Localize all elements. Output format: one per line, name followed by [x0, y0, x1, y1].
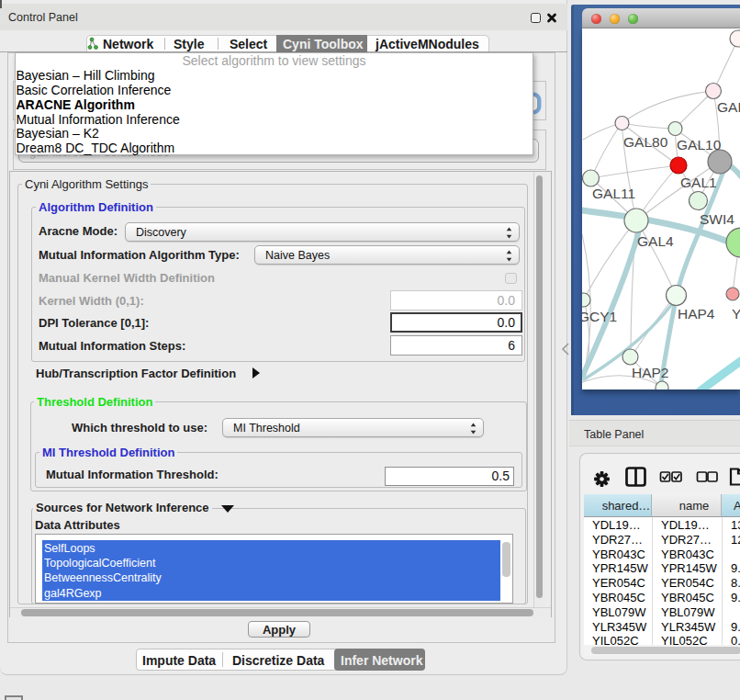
svg-text:GAL7: GAL7	[717, 99, 740, 115]
svg-text:GAL11: GAL11	[592, 186, 635, 201]
svg-text:GAL4: GAL4	[637, 233, 674, 249]
svg-text:GAL80: GAL80	[623, 134, 668, 150]
svg-text:HAP4: HAP4	[678, 306, 715, 322]
svg-text:GAL1: GAL1	[680, 175, 717, 190]
svg-text:GCY1: GCY1	[582, 309, 617, 324]
svg-text:SWI4: SWI4	[700, 211, 734, 227]
svg-text:YM: YM	[732, 306, 740, 322]
svg-text:GAL10: GAL10	[677, 137, 722, 152]
svg-text:HAP2: HAP2	[632, 365, 669, 380]
